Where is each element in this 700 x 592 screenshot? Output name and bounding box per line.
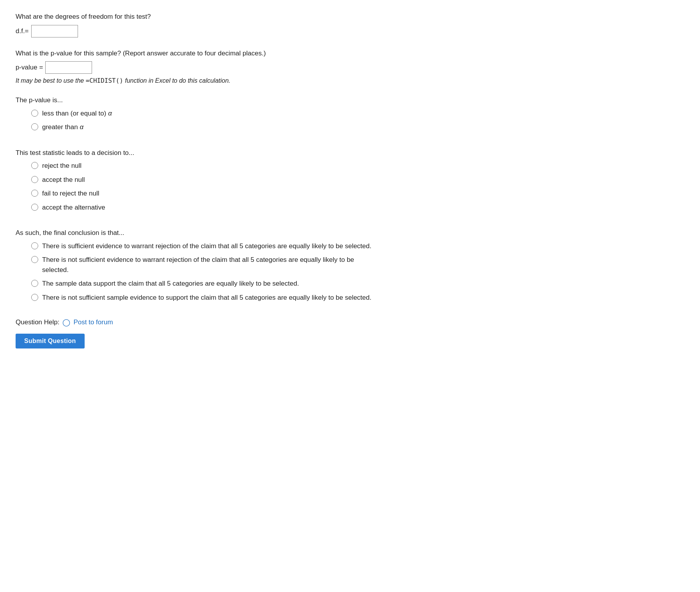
pvalue-input[interactable]	[45, 61, 92, 74]
conclusion-label: As such, the final conclusion is that...	[16, 228, 374, 238]
df-question: What are the degrees of freedom for this…	[16, 12, 374, 22]
decision-option-1-label[interactable]: reject the null	[42, 161, 82, 171]
post-to-forum-link[interactable]: Post to forum	[73, 318, 113, 326]
pvalue-is-section: The p-value is... less than (or equal to…	[16, 95, 374, 132]
pvalue-option-2-label[interactable]: greater than α	[42, 122, 83, 132]
decision-radio-1[interactable]	[31, 162, 38, 169]
conclusion-radio-4[interactable]	[31, 294, 38, 301]
conclusion-radio-2[interactable]	[31, 256, 38, 263]
decision-option-2: accept the null	[16, 175, 374, 185]
pvalue-radio-2[interactable]	[31, 123, 38, 130]
decision-section: This test statistic leads to a decision …	[16, 148, 374, 213]
question-help-row: Question Help: ◯ Post to forum	[16, 318, 374, 327]
pvalue-label: p-value =	[16, 64, 43, 71]
conclusion-radio-1[interactable]	[31, 242, 38, 249]
conclusion-option-4-label[interactable]: There is not sufficient sample evidence …	[42, 293, 371, 303]
decision-label: This test statistic leads to a decision …	[16, 148, 374, 158]
decision-radio-2[interactable]	[31, 176, 38, 183]
submit-button[interactable]: Submit Question	[16, 334, 85, 348]
decision-option-4-label[interactable]: accept the alternative	[42, 203, 105, 213]
submit-section: Submit Question	[16, 334, 374, 348]
decision-option-3: fail to reject the null	[16, 188, 374, 199]
conclusion-option-1-label[interactable]: There is sufficient evidence to warrant …	[42, 241, 371, 251]
df-section: What are the degrees of freedom for this…	[16, 12, 374, 37]
df-label: d.f.=	[16, 27, 29, 35]
decision-radio-group: reject the null accept the null fail to …	[16, 161, 374, 212]
pvalue-option-1-label[interactable]: less than (or equal to) α	[42, 108, 112, 119]
df-input[interactable]	[31, 25, 78, 37]
pvalue-question: What is the p-value for this sample? (Re…	[16, 48, 374, 59]
decision-radio-4[interactable]	[31, 204, 38, 211]
pvalue-is-label: The p-value is...	[16, 95, 374, 105]
conclusion-radio-group: There is sufficient evidence to warrant …	[16, 241, 374, 303]
conclusion-option-1: There is sufficient evidence to warrant …	[16, 241, 374, 251]
conclusion-option-2-label[interactable]: There is not sufficient evidence to warr…	[42, 255, 374, 275]
pvalue-section: What is the p-value for this sample? (Re…	[16, 48, 374, 85]
decision-option-3-label[interactable]: fail to reject the null	[42, 188, 99, 199]
question-help-label: Question Help:	[16, 318, 59, 326]
pvalue-option-2: greater than α	[16, 122, 374, 132]
pvalue-option-1: less than (or equal to) α	[16, 108, 374, 119]
conclusion-radio-3[interactable]	[31, 280, 38, 287]
decision-option-2-label[interactable]: accept the null	[42, 175, 85, 185]
pvalue-radio-1[interactable]	[31, 110, 38, 117]
conclusion-option-3-label[interactable]: The sample data support the claim that a…	[42, 279, 299, 289]
conclusion-option-3: The sample data support the claim that a…	[16, 279, 374, 289]
pvalue-note: It may be best to use the =CHIDIST() fun…	[16, 77, 374, 84]
decision-option-4: accept the alternative	[16, 203, 374, 213]
conclusion-option-4: There is not sufficient sample evidence …	[16, 293, 374, 303]
pvalue-radio-group: less than (or equal to) α greater than α	[16, 108, 374, 132]
conclusion-section: As such, the final conclusion is that...…	[16, 228, 374, 302]
decision-radio-3[interactable]	[31, 190, 38, 197]
forum-icon: ◯	[62, 318, 70, 327]
conclusion-option-2: There is not sufficient evidence to warr…	[16, 255, 374, 275]
decision-option-1: reject the null	[16, 161, 374, 171]
